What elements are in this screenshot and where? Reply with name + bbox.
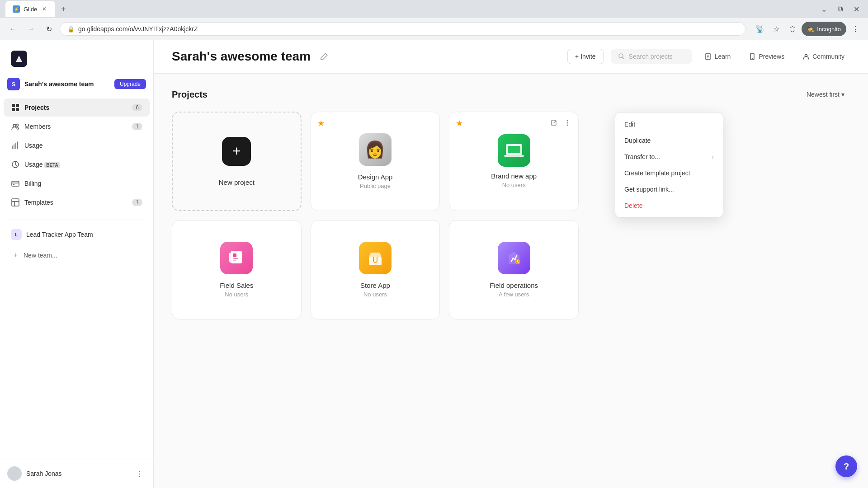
design-app-card[interactable]: ★ 👩 Design App Public page: [311, 112, 440, 211]
projects-section-title: Projects: [172, 89, 208, 100]
lead-tracker-name: Lead Tracker App Team: [26, 231, 93, 238]
sort-label: Newest first: [807, 91, 840, 98]
app-wrapper: S Sarah's awesome team Upgrade Projects: [0, 0, 868, 488]
search-projects-input[interactable]: Search projects: [611, 49, 692, 64]
url-bar[interactable]: 🔒 go.glideapps.com/o/vvJNYITxjzzA0okjckr…: [60, 22, 745, 36]
field-sales-sublabel: No users: [225, 291, 248, 298]
svg-rect-2: [12, 108, 15, 111]
edit-title-button[interactable]: [318, 50, 330, 63]
new-project-icon: +: [222, 137, 251, 166]
context-menu-button[interactable]: [561, 117, 574, 129]
sidebar-footer: Sarah Jonas ⋮: [0, 459, 153, 488]
context-menu-edit[interactable]: Edit: [615, 116, 723, 132]
team-name: Sarah's awesome team: [24, 80, 94, 88]
svg-rect-24: [233, 260, 236, 261]
sidebar-team-item-lead-tracker[interactable]: L Lead Tracker App Team: [4, 225, 150, 244]
star-icon: ★: [317, 118, 325, 128]
tab-close-button[interactable]: ✕: [41, 5, 48, 13]
usage-nav-label: Usage: [24, 142, 142, 149]
brand-star-icon: ★: [456, 118, 463, 128]
projects-nav-label: Projects: [24, 104, 127, 111]
active-tab[interactable]: ⚡ Glide ✕: [5, 1, 55, 17]
back-button[interactable]: ←: [5, 22, 20, 36]
svg-rect-25: [369, 257, 382, 265]
browser-navbar: ← → ↻ 🔒 go.glideapps.com/o/vvJNYITxjzzA0…: [0, 18, 868, 40]
team-avatar: S: [7, 78, 20, 90]
search-placeholder: Search projects: [629, 53, 673, 60]
sidebar-item-usage[interactable]: Usage: [4, 136, 150, 155]
sidebar-item-billing[interactable]: Billing: [4, 174, 150, 192]
sidebar-item-projects[interactable]: Projects 6: [4, 99, 150, 117]
previews-button[interactable]: Previews: [743, 49, 790, 64]
extensions-icon[interactable]: ⬡: [785, 22, 800, 36]
context-menu-transfer-to[interactable]: Transfer to... ›: [615, 149, 723, 165]
learn-button[interactable]: Learn: [699, 49, 736, 64]
context-menu-duplicate[interactable]: Duplicate: [615, 132, 723, 149]
tab-title: Glide: [24, 6, 37, 13]
forward-button[interactable]: →: [24, 22, 38, 36]
incognito-label: Incognito: [817, 26, 841, 33]
upgrade-button[interactable]: Upgrade: [114, 79, 146, 89]
team-info[interactable]: S Sarah's awesome team: [7, 78, 94, 90]
user-avatar: [7, 466, 22, 481]
more-menu-icon[interactable]: ⋮: [848, 22, 863, 36]
sidebar-nav: Projects 6 Members 1: [0, 94, 153, 216]
context-menu-delete[interactable]: Delete: [615, 197, 723, 214]
browser-tabs: ⚡ Glide ✕ +: [5, 1, 70, 17]
community-button[interactable]: Community: [797, 49, 850, 64]
members-nav-label: Members: [24, 123, 127, 130]
previews-label: Previews: [759, 53, 784, 60]
sidebar-item-members[interactable]: Members 1: [4, 117, 150, 136]
svg-rect-8: [12, 199, 19, 206]
store-app-card[interactable]: Store App No users: [311, 220, 440, 319]
bookmark-icon[interactable]: ☆: [769, 22, 783, 36]
field-sales-card[interactable]: Field Sales No users: [172, 220, 302, 319]
minimize-button[interactable]: ⌄: [817, 3, 830, 15]
templates-nav-badge: 1: [132, 199, 142, 206]
mobile-icon: [749, 53, 756, 60]
sort-dropdown[interactable]: Newest first ▾: [801, 88, 850, 101]
new-team-button[interactable]: + New team...: [4, 246, 150, 264]
plus-icon: +: [11, 251, 20, 260]
learn-label: Learn: [715, 53, 731, 60]
usage-beta-nav-label: Usage BETA: [24, 161, 142, 168]
context-menu-get-support-link[interactable]: Get support link...: [615, 181, 723, 197]
sidebar-item-usage-beta[interactable]: Usage BETA: [4, 155, 150, 174]
credit-card-icon: [11, 179, 20, 188]
help-button[interactable]: ?: [835, 455, 857, 477]
browser-chrome: ⚡ Glide ✕ + ⌄ ⧉ ✕ ← → ↻ 🔒 go.glideapps.c…: [0, 0, 868, 40]
svg-rect-3: [16, 108, 19, 111]
svg-point-4: [13, 124, 16, 127]
brand-new-app-card[interactable]: ★: [449, 112, 579, 211]
main-header: Sarah's awesome team + Invite Search pro…: [154, 40, 868, 74]
user-menu-button[interactable]: ⋮: [133, 467, 146, 480]
external-link-button[interactable]: [547, 117, 560, 129]
sidebar-logo: [0, 40, 153, 74]
brand-new-app-label: Brand new app: [491, 172, 537, 180]
reload-button[interactable]: ↻: [42, 22, 56, 36]
field-ops-icon: [498, 242, 530, 274]
invite-button[interactable]: + Invite: [567, 49, 604, 64]
url-text: go.glideapps.com/o/vvJNYITxjzzA0okjckrZ: [78, 25, 738, 33]
svg-rect-0: [12, 104, 15, 107]
templates-nav-label: Templates: [24, 199, 127, 206]
close-button[interactable]: ✕: [850, 3, 863, 15]
restore-button[interactable]: ⧉: [834, 3, 846, 15]
cast-icon[interactable]: 📡: [753, 22, 767, 36]
new-project-card[interactable]: + New project: [172, 112, 302, 211]
incognito-icon: 🕵: [807, 26, 814, 33]
community-icon: [802, 53, 810, 60]
svg-rect-6: [12, 181, 19, 186]
sidebar-item-templates[interactable]: Templates 1: [4, 193, 150, 211]
new-tab-button[interactable]: +: [57, 3, 70, 15]
user-profile[interactable]: Sarah Jonas: [7, 466, 62, 481]
book-icon: [705, 53, 712, 60]
users-icon: [11, 122, 20, 131]
browser-toolbar-icons: 📡 ☆ ⬡ 🕵 Incognito ⋮: [753, 22, 863, 36]
sidebar-team-section: S Sarah's awesome team Upgrade: [0, 74, 153, 94]
new-project-label: New project: [219, 178, 255, 186]
context-menu-create-template[interactable]: Create template project: [615, 165, 723, 181]
field-operations-card[interactable]: Field operations A few users: [449, 220, 579, 319]
svg-rect-18: [508, 146, 520, 153]
field-ops-label: Field operations: [490, 282, 538, 289]
